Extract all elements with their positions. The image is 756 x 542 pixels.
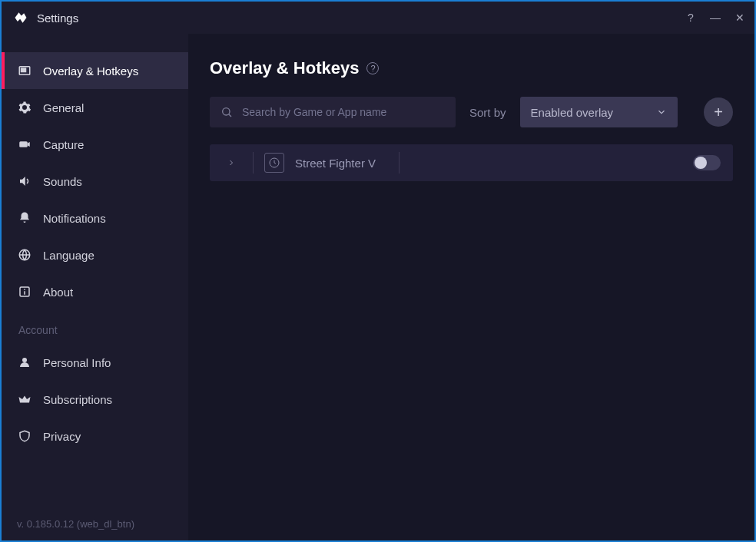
chevron-down-icon [656, 107, 667, 117]
sidebar-section-account: Account [2, 310, 188, 344]
sidebar-item-subscriptions[interactable]: Subscriptions [2, 381, 188, 418]
sidebar: Overlay & Hotkeys General Capture Sounds [2, 34, 188, 540]
close-button[interactable]: ✕ [734, 12, 745, 24]
help-icon[interactable]: ? [366, 62, 379, 74]
search-icon [220, 106, 233, 118]
svg-rect-1 [22, 68, 26, 72]
person-icon [17, 355, 32, 370]
sidebar-item-label: Personal Info [43, 356, 111, 369]
sort-selected-value: Enabled overlay [531, 106, 614, 119]
overlay-toggle[interactable] [693, 155, 721, 170]
game-name: Street Fighter V [295, 157, 376, 170]
add-button[interactable]: + [704, 97, 733, 127]
sidebar-item-sounds[interactable]: Sounds [2, 163, 188, 200]
globe-icon [17, 247, 32, 263]
svg-point-8 [223, 108, 230, 115]
sidebar-item-about[interactable]: About [2, 273, 188, 310]
svg-point-7 [22, 358, 27, 362]
plus-icon: + [714, 104, 723, 121]
svg-rect-2 [19, 141, 28, 147]
sidebar-item-privacy[interactable]: Privacy [2, 418, 188, 454]
camera-icon [17, 137, 32, 152]
sidebar-item-label: Overlay & Hotkeys [43, 64, 138, 78]
sort-by-label: Sort by [469, 106, 506, 119]
gear-icon [17, 100, 32, 115]
page-header: Overlay & Hotkeys ? [210, 58, 733, 78]
bell-icon [17, 210, 32, 226]
chevron-right-icon[interactable] [227, 158, 242, 167]
sidebar-item-notifications[interactable]: Notifications [2, 200, 188, 236]
sidebar-item-general[interactable]: General [2, 89, 188, 126]
sidebar-item-label: Sounds [43, 175, 82, 188]
sidebar-item-language[interactable]: Language [2, 236, 188, 273]
sidebar-item-label: General [43, 101, 84, 114]
sidebar-item-label: Language [43, 249, 94, 262]
sidebar-item-label: Privacy [43, 430, 81, 443]
sidebar-item-capture[interactable]: Capture [2, 126, 188, 163]
main-panel: Overlay & Hotkeys ? Sort by Enabled over… [188, 34, 754, 540]
window-title: Settings [37, 12, 78, 25]
search-field[interactable] [210, 97, 456, 127]
svg-rect-6 [24, 289, 25, 290]
window-controls: ? — ✕ [685, 12, 745, 24]
sidebar-item-label: Notifications [43, 212, 106, 225]
shield-icon [17, 428, 32, 444]
speaker-icon [17, 174, 32, 189]
divider [399, 152, 400, 174]
minimize-button[interactable]: — [710, 12, 721, 24]
divider [253, 152, 254, 174]
search-input[interactable] [242, 106, 445, 118]
app-logo-icon [12, 9, 29, 26]
page-title: Overlay & Hotkeys [210, 58, 359, 78]
sidebar-item-label: Subscriptions [43, 393, 112, 406]
sidebar-item-label: About [43, 286, 73, 299]
controls-row: Sort by Enabled overlay + [210, 97, 733, 127]
toggle-knob [695, 157, 707, 169]
sidebar-item-label: Capture [43, 138, 84, 151]
svg-rect-5 [24, 291, 25, 295]
help-button[interactable]: ? [685, 12, 696, 24]
sort-select[interactable]: Enabled overlay [520, 97, 678, 127]
game-icon [264, 153, 284, 173]
sidebar-item-personal-info[interactable]: Personal Info [2, 344, 188, 381]
crown-icon [17, 392, 32, 407]
game-row[interactable]: Street Fighter V [210, 144, 733, 181]
overlay-icon [17, 63, 32, 78]
sidebar-item-overlay-hotkeys[interactable]: Overlay & Hotkeys [2, 52, 188, 89]
titlebar: Settings ? — ✕ [2, 2, 754, 34]
version-label: v. 0.185.0.12 (web_dl_btn) [2, 507, 188, 540]
info-icon [17, 284, 32, 299]
